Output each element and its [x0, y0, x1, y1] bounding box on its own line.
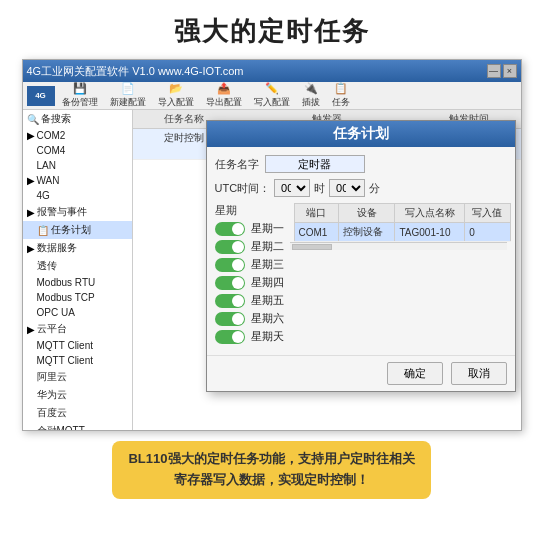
sidebar-item-opc[interactable]: OPC UA: [23, 305, 132, 320]
caption-line2: 寄存器写入数据，实现定时控制！: [128, 470, 414, 491]
task-dialog: 任务计划 任务名字 UTC时间： 00: [206, 120, 516, 392]
saturday-toggle[interactable]: [215, 312, 245, 326]
weekday-thursday: 星期四: [215, 275, 284, 290]
weekday-monday: 星期一: [215, 221, 284, 236]
title-bar-controls: — ×: [487, 64, 517, 78]
sidebar: 🔍 备搜索 ▶ COM2 COM4 LAN ▶ WAN 4: [23, 110, 133, 430]
monday-label: 星期一: [251, 221, 284, 236]
hour-unit: 时: [314, 181, 325, 196]
weekday-saturday: 星期六: [215, 311, 284, 326]
task-dialog-title: 任务计划: [207, 121, 515, 147]
weekday-wednesday: 星期三: [215, 257, 284, 272]
expand-icon: ▶: [27, 130, 35, 141]
toolbar-import[interactable]: 📂 导入配置: [153, 80, 199, 111]
app-title: 4G工业网关配置软件 V1.0 www.4G-IOT.com: [27, 64, 244, 79]
task-icon: 📋: [334, 82, 348, 95]
col-port: 端口: [294, 204, 338, 223]
dialog-overlay: 任务计划 任务名字 UTC时间： 00: [133, 110, 521, 430]
toolbar-write[interactable]: ✏️ 写入配置: [249, 80, 295, 111]
close-button[interactable]: ×: [503, 64, 517, 78]
sidebar-item-transparent[interactable]: 透传: [23, 257, 132, 275]
task-name-input[interactable]: [265, 155, 365, 173]
sidebar-item-huawei[interactable]: 华为云: [23, 386, 132, 404]
col-device: 设备: [338, 204, 395, 223]
sidebar-item-modbus-rtu[interactable]: Modbus RTU: [23, 275, 132, 290]
toolbar-plugin[interactable]: 🔌 插拔: [297, 80, 325, 111]
toolbar: 4G 💾 备份管理 📄 新建配置 📂 导入配置 📤 导出配置 ✏️ 写入配置: [23, 82, 521, 110]
scroll-thumb[interactable]: [292, 244, 332, 250]
app-logo: 4G: [27, 86, 55, 106]
caption-line1: BL110强大的定时任务功能，支持用户定时往相关: [128, 449, 414, 470]
monday-toggle[interactable]: [215, 222, 245, 236]
utc-label: UTC时间：: [215, 181, 271, 196]
sidebar-item-lan[interactable]: LAN: [23, 158, 132, 173]
sidebar-item-baidu[interactable]: 百度云: [23, 404, 132, 422]
sidebar-item-search[interactable]: 🔍 备搜索: [23, 110, 132, 128]
cell-port: COM1: [294, 223, 338, 242]
sidebar-item-modbus-tcp[interactable]: Modbus TCP: [23, 290, 132, 305]
title-bar: 4G工业网关配置软件 V1.0 www.4G-IOT.com — ×: [23, 60, 521, 82]
plugin-icon: 🔌: [304, 82, 318, 95]
write-table: 端口 设备 写入点名称 写入值: [294, 203, 511, 242]
cell-device: 控制设备: [338, 223, 395, 242]
toolbar-task[interactable]: 📋 任务: [327, 80, 355, 111]
sidebar-item-jinrong-mqtt[interactable]: 金融MQTT: [23, 422, 132, 430]
utc-row: UTC时间： 00 时 00 分: [215, 179, 507, 197]
sunday-toggle[interactable]: [215, 330, 245, 344]
main-container: 强大的定时任务 4G工业网关配置软件 V1.0 www.4G-IOT.com —…: [0, 0, 543, 555]
sidebar-item-com2[interactable]: ▶ COM2: [23, 128, 132, 143]
import-icon: 📂: [169, 82, 183, 95]
sidebar-item-4g[interactable]: 4G: [23, 188, 132, 203]
minute-select[interactable]: 00: [329, 179, 365, 197]
thursday-label: 星期四: [251, 275, 284, 290]
schedule-icon: 📋: [37, 225, 49, 236]
cell-value: 0: [465, 223, 510, 242]
sidebar-item-cloud[interactable]: ▶ 云平台: [23, 320, 132, 338]
sidebar-item-aliyun[interactable]: 阿里云: [23, 368, 132, 386]
table-row[interactable]: COM1 控制设备 TAG001-10 0: [294, 223, 510, 242]
minute-unit: 分: [369, 181, 380, 196]
tuesday-toggle[interactable]: [215, 240, 245, 254]
friday-label: 星期五: [251, 293, 284, 308]
saturday-label: 星期六: [251, 311, 284, 326]
wednesday-label: 星期三: [251, 257, 284, 272]
dialog-left: 星期 星期一 星期二: [215, 203, 284, 347]
page-title: 强大的定时任务: [174, 14, 370, 49]
minimize-button[interactable]: —: [487, 64, 501, 78]
weekday-sunday: 星期天: [215, 329, 284, 344]
sidebar-item-dataservice[interactable]: ▶ 数据服务: [23, 239, 132, 257]
dialog-right: 端口 设备 写入点名称 写入值: [290, 203, 507, 347]
sidebar-item-mqtt2[interactable]: MQTT Client: [23, 353, 132, 368]
cloud-expand-icon: ▶: [27, 324, 35, 335]
hour-select[interactable]: 00: [274, 179, 310, 197]
sidebar-item-alarm[interactable]: ▶ 报警与事件: [23, 203, 132, 221]
col-value: 写入值: [465, 204, 510, 223]
sunday-label: 星期天: [251, 329, 284, 344]
scroll-bar: [290, 242, 507, 250]
wednesday-toggle[interactable]: [215, 258, 245, 272]
backup-icon: 💾: [73, 82, 87, 95]
weekday-tuesday: 星期二: [215, 239, 284, 254]
task-name-row: 任务名字: [215, 155, 507, 173]
weekdays-label: 星期: [215, 203, 284, 218]
toolbar-export[interactable]: 📤 导出配置: [201, 80, 247, 111]
toolbar-new[interactable]: 📄 新建配置: [105, 80, 151, 111]
sidebar-item-wan[interactable]: ▶ WAN: [23, 173, 132, 188]
cancel-button[interactable]: 取消: [451, 362, 507, 385]
ok-button[interactable]: 确定: [387, 362, 443, 385]
content-area: 任务名称 触发器 触发时间 定时控制 星期一~星期二~星期三,星期四,星期五,星…: [133, 110, 521, 430]
sidebar-item-com4[interactable]: COM4: [23, 143, 132, 158]
thursday-toggle[interactable]: [215, 276, 245, 290]
app-body: 🔍 备搜索 ▶ COM2 COM4 LAN ▶ WAN 4: [23, 110, 521, 430]
cell-point: TAG001-10: [395, 223, 465, 242]
dialog-content-layout: 星期 星期一 星期二: [215, 203, 507, 347]
task-name-label: 任务名字: [215, 157, 259, 172]
sidebar-item-schedule[interactable]: 📋 任务计划: [23, 221, 132, 239]
col-point: 写入点名称: [395, 204, 465, 223]
write-icon: ✏️: [265, 82, 279, 95]
bottom-caption: BL110强大的定时任务功能，支持用户定时往相关 寄存器写入数据，实现定时控制！: [112, 441, 430, 499]
app-window: 4G工业网关配置软件 V1.0 www.4G-IOT.com — × 4G 💾 …: [22, 59, 522, 431]
toolbar-backup[interactable]: 💾 备份管理: [57, 80, 103, 111]
friday-toggle[interactable]: [215, 294, 245, 308]
sidebar-item-mqtt1[interactable]: MQTT Client: [23, 338, 132, 353]
